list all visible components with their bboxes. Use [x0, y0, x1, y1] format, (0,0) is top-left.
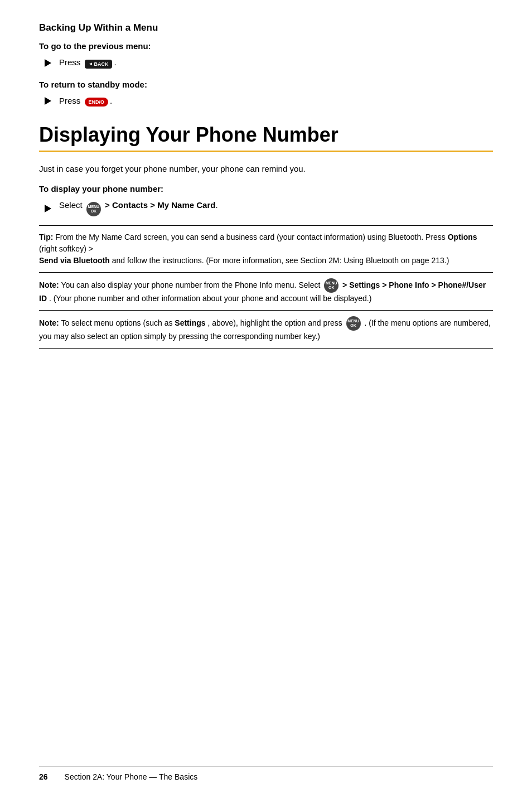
bullet-arrow-icon-3: [45, 205, 51, 212]
back-key-text: Press BACK.: [59, 57, 117, 69]
page-number: 26: [39, 772, 48, 781]
main-section-title: Displaying Your Phone Number: [39, 123, 493, 146]
tip-box: Tip: From the My Name Card screen, you c…: [39, 225, 493, 273]
top-section: Backing Up Within a Menu To go to the pr…: [39, 22, 493, 107]
back-key-instruction: Press BACK.: [45, 57, 493, 69]
note-1-text-after: . (Your phone number and other informati…: [49, 294, 372, 303]
menu-key-badge: MENUOK: [86, 202, 101, 216]
page-container: Backing Up Within a Menu To go to the pr…: [0, 0, 532, 798]
bullet-arrow-icon-2: [45, 97, 51, 105]
section-divider: [39, 151, 493, 152]
tip-send-suffix: and follow the instructions. (For more i…: [112, 256, 449, 265]
note-1-label: Note:: [39, 280, 59, 289]
tip-options-suffix: (right softkey) >: [39, 244, 93, 253]
page-footer: 26 Section 2A: Your Phone — The Basics: [39, 766, 493, 781]
bullet-arrow-icon: [45, 59, 51, 67]
footer-section-label: Section 2A: Your Phone — The Basics: [65, 772, 198, 781]
note-2-text-middle: , above), highlight the option and press: [207, 318, 342, 327]
select-row: Select MENUOK > Contacts > My Name Card.: [45, 200, 493, 216]
back-key-badge: BACK: [85, 60, 113, 69]
body-text: Just in case you forget your phone numbe…: [39, 163, 493, 176]
note-2-text-before: To select menu options (such as: [61, 318, 172, 327]
display-label: To display your phone number:: [39, 184, 493, 194]
tip-send-label: Send via Bluetooth: [39, 256, 110, 265]
note-box-1: Note: You can also display your phone nu…: [39, 273, 493, 311]
note-1-text-before: You can also display your phone number f…: [61, 280, 320, 289]
note-1-menu-key: MENUOK: [324, 278, 338, 293]
tip-text-before: From the My Name Card screen, you can se…: [55, 233, 446, 241]
tip-options-label: Options: [448, 233, 477, 241]
section-title: Backing Up Within a Menu: [39, 22, 493, 33]
endo-key-badge: END/O: [85, 98, 109, 107]
contacts-path: > Contacts > My Name Card: [105, 200, 215, 210]
select-text: Select MENUOK > Contacts > My Name Card.: [59, 200, 218, 216]
prev-menu-label: To go to the previous menu:: [39, 41, 493, 51]
endo-key-instruction: Press END/O.: [45, 96, 493, 107]
standby-label: To return to standby mode:: [39, 80, 493, 89]
endo-key-text: Press END/O.: [59, 96, 112, 107]
note-box-2: Note: To select menu options (such as Se…: [39, 311, 493, 349]
note-2-label: Note:: [39, 318, 59, 327]
main-section: Displaying Your Phone Number Just in cas…: [39, 123, 493, 217]
tip-label: Tip:: [39, 233, 53, 241]
note-2-menu-key: MENUOK: [346, 316, 361, 331]
note-2-settings-label: Settings: [175, 318, 205, 327]
